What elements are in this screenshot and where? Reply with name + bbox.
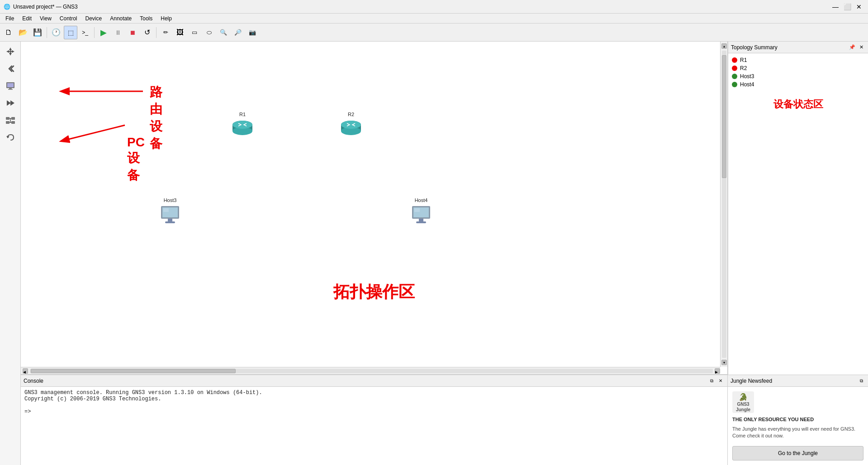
- image-btn[interactable]: 🖼: [173, 26, 187, 39]
- suspend-all-btn[interactable]: ⏸: [111, 26, 125, 39]
- jungle-header-icons: ⧉: [857, 377, 865, 385]
- content-area: 路由设备 PC设备 R1: [21, 42, 868, 465]
- pc-host4-icon: [410, 204, 432, 226]
- canvas[interactable]: 路由设备 PC设备 R1: [21, 42, 728, 375]
- start-all-btn[interactable]: ▶: [97, 26, 110, 39]
- svg-point-20: [232, 121, 252, 129]
- v-scroll-thumb[interactable]: [722, 55, 726, 178]
- save-btn[interactable]: 💾: [31, 26, 44, 39]
- menu-control[interactable]: Control: [56, 14, 81, 23]
- menu-help[interactable]: Help: [157, 14, 175, 23]
- topo-host4-status-dot: [732, 82, 737, 87]
- jungle-btn-area: Go to the Jungle: [732, 443, 863, 463]
- topo-R1-name: R1: [740, 57, 747, 63]
- v-scroll-btn-down[interactable]: ▾: [721, 360, 727, 365]
- topology-header-icons: 📌 ✕: [848, 43, 865, 52]
- topology-close-btn[interactable]: ✕: [857, 43, 865, 52]
- console-all-btn[interactable]: >_: [78, 26, 92, 39]
- titlebar-controls: — ⬜ ✕: [830, 1, 864, 12]
- router-R1-icon: [231, 118, 254, 141]
- left-sidebar: [0, 42, 21, 465]
- device-host3[interactable]: Host3: [159, 197, 181, 226]
- svg-rect-33: [416, 221, 426, 223]
- svg-rect-4: [9, 88, 12, 89]
- topology-panel: Topology Summary 📌 ✕ R1 R2: [728, 42, 868, 375]
- zoom-out-btn[interactable]: 🔎: [231, 26, 245, 39]
- jungle-goto-button[interactable]: Go to the Jungle: [732, 446, 863, 460]
- device-host4[interactable]: Host4: [410, 197, 432, 226]
- back-tool-btn[interactable]: [2, 61, 19, 77]
- pc-arrow-annotation: PC设备: [52, 116, 143, 154]
- fast-tool-btn[interactable]: [2, 95, 19, 111]
- reload-btn[interactable]: ↺: [140, 26, 154, 39]
- restore-button[interactable]: ⬜: [842, 1, 853, 12]
- svg-marker-6: [7, 100, 11, 106]
- jungle-float-btn[interactable]: ⧉: [857, 377, 865, 385]
- console-panel: Console ⧉ ✕ GNS3 management console. Run…: [21, 375, 728, 465]
- h-scroll-btn-left[interactable]: ◂: [23, 368, 28, 374]
- bottom-area: Console ⧉ ✕ GNS3 management console. Run…: [21, 375, 868, 465]
- topo-device-R1: R1: [732, 56, 864, 64]
- console-title: Console: [24, 378, 43, 384]
- console-close-btn[interactable]: ✕: [716, 377, 725, 385]
- menu-edit[interactable]: Edit: [19, 14, 35, 23]
- device-host4-label: Host4: [415, 197, 428, 203]
- v-scrollbar[interactable]: ▴ ▾: [720, 42, 727, 367]
- close-button[interactable]: ✕: [854, 1, 864, 12]
- h-scroll-track[interactable]: [30, 369, 713, 373]
- v-scroll-track[interactable]: [722, 51, 726, 358]
- device-R2[interactable]: R2: [340, 112, 362, 141]
- svg-rect-10: [6, 121, 9, 124]
- h-scrollbar[interactable]: ◂ ▸: [21, 367, 720, 374]
- tb-sep-2: [94, 27, 95, 38]
- svg-rect-11: [11, 121, 15, 124]
- devices-tool-btn[interactable]: [2, 112, 19, 128]
- console-line-4: =>: [24, 409, 724, 415]
- topology-title: Topology Summary: [731, 44, 778, 51]
- menu-file[interactable]: File: [2, 14, 18, 23]
- ellipse-btn[interactable]: ⬭: [202, 26, 216, 39]
- svg-rect-28: [165, 221, 175, 223]
- jungle-logo-area: 🐊 GNS3 Jungle: [732, 391, 863, 413]
- screenshot-btn[interactable]: 📷: [246, 26, 259, 39]
- v-scroll-btn-up[interactable]: ▴: [721, 43, 727, 49]
- console-line-3: [24, 402, 724, 409]
- device-R1[interactable]: R1: [231, 112, 254, 141]
- console-line-2: Copyright (c) 2006-2019 GNS3 Technologie…: [24, 396, 724, 402]
- h-scroll-thumb[interactable]: [31, 369, 236, 373]
- topo-R1-status-dot: [732, 57, 737, 63]
- svg-rect-3: [7, 83, 14, 87]
- svg-rect-34: [414, 208, 420, 212]
- menu-device[interactable]: Device: [82, 14, 106, 23]
- new-btn[interactable]: 🗋: [2, 26, 15, 39]
- svg-line-16: [62, 125, 125, 141]
- router-R2-icon: [340, 118, 362, 141]
- titlebar: 🌐 Unsaved project* — GNS3 — ⬜ ✕: [0, 0, 868, 14]
- h-scroll-btn-right[interactable]: ▸: [715, 368, 720, 374]
- zoom-in-btn[interactable]: 🔍: [217, 26, 230, 39]
- note-btn[interactable]: ✏: [159, 26, 172, 39]
- pc-tool-btn[interactable]: [2, 78, 19, 94]
- stop-all-btn[interactable]: ⏹: [126, 26, 139, 39]
- topo-host3-name: Host3: [740, 73, 754, 80]
- move-tool-btn[interactable]: [2, 43, 19, 60]
- tb-sep-1: [47, 27, 47, 38]
- titlebar-left: 🌐 Unsaved project* — GNS3: [4, 4, 78, 10]
- device-R2-label: R2: [348, 112, 354, 117]
- menu-view[interactable]: View: [36, 14, 55, 23]
- undo-tool-btn[interactable]: [2, 129, 19, 146]
- topology-pin-btn[interactable]: 📌: [848, 43, 856, 52]
- recent-btn[interactable]: 🕐: [49, 26, 63, 39]
- minimize-button[interactable]: —: [830, 1, 841, 12]
- pc-host3-icon: [159, 204, 181, 226]
- menu-annotate[interactable]: Annotate: [106, 14, 135, 23]
- pointer-btn[interactable]: ⬚: [64, 26, 77, 39]
- console-float-btn[interactable]: ⧉: [707, 377, 716, 385]
- rect-btn[interactable]: ▭: [188, 26, 201, 39]
- console-header: Console ⧉ ✕: [21, 375, 727, 387]
- open-btn[interactable]: 📂: [16, 26, 30, 39]
- menu-tools[interactable]: Tools: [136, 14, 156, 23]
- tb-sep-3: [156, 27, 157, 38]
- console-line-1: GNS3 management console. Running GNS3 ve…: [24, 390, 724, 396]
- top-area: 路由设备 PC设备 R1: [21, 42, 868, 375]
